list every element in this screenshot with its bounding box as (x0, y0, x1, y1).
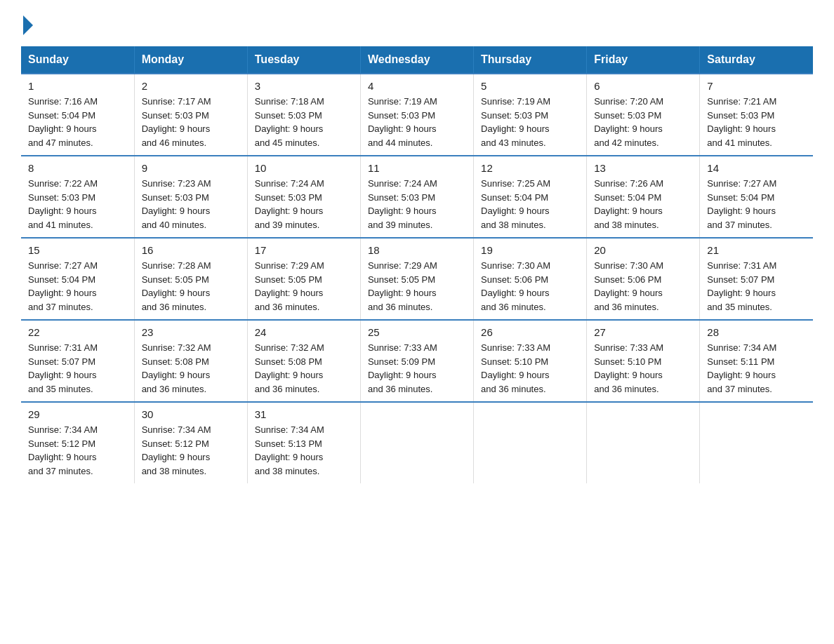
day-number: 13 (594, 162, 692, 174)
day-info: Sunrise: 7:32 AM Sunset: 5:08 PM Dayligh… (255, 341, 353, 396)
calendar-week-row: 15 Sunrise: 7:27 AM Sunset: 5:04 PM Dayl… (21, 238, 813, 320)
calendar-day-cell: 5 Sunrise: 7:19 AM Sunset: 5:03 PM Dayli… (474, 74, 587, 156)
header-monday: Monday (134, 46, 247, 74)
day-info: Sunrise: 7:28 AM Sunset: 5:05 PM Dayligh… (142, 259, 240, 314)
day-info: Sunrise: 7:19 AM Sunset: 5:03 PM Dayligh… (368, 95, 466, 149)
day-number: 27 (594, 326, 692, 338)
day-info: Sunrise: 7:30 AM Sunset: 5:06 PM Dayligh… (594, 259, 692, 314)
calendar-day-cell: 3 Sunrise: 7:18 AM Sunset: 5:03 PM Dayli… (247, 74, 360, 156)
day-info: Sunrise: 7:31 AM Sunset: 5:07 PM Dayligh… (28, 341, 127, 396)
calendar-day-cell (700, 402, 813, 483)
calendar-day-cell: 7 Sunrise: 7:21 AM Sunset: 5:03 PM Dayli… (700, 74, 813, 156)
day-info: Sunrise: 7:34 AM Sunset: 5:11 PM Dayligh… (707, 341, 806, 396)
calendar-week-row: 22 Sunrise: 7:31 AM Sunset: 5:07 PM Dayl… (21, 320, 813, 402)
calendar-day-cell: 28 Sunrise: 7:34 AM Sunset: 5:11 PM Dayl… (700, 320, 813, 402)
day-number: 2 (142, 80, 240, 92)
day-info: Sunrise: 7:16 AM Sunset: 5:04 PM Dayligh… (28, 95, 127, 149)
page-header (21, 14, 813, 32)
calendar-table: Sunday Monday Tuesday Wednesday Thursday… (21, 46, 813, 483)
day-number: 10 (255, 162, 353, 174)
calendar-day-cell: 9 Sunrise: 7:23 AM Sunset: 5:03 PM Dayli… (134, 156, 247, 238)
day-number: 25 (368, 326, 466, 338)
calendar-day-cell: 16 Sunrise: 7:28 AM Sunset: 5:05 PM Dayl… (134, 238, 247, 320)
day-number: 23 (142, 326, 240, 338)
calendar-day-cell: 17 Sunrise: 7:29 AM Sunset: 5:05 PM Dayl… (247, 238, 360, 320)
calendar-day-cell: 25 Sunrise: 7:33 AM Sunset: 5:09 PM Dayl… (360, 320, 473, 402)
day-number: 31 (255, 408, 353, 420)
day-info: Sunrise: 7:30 AM Sunset: 5:06 PM Dayligh… (481, 259, 579, 314)
calendar-day-cell: 12 Sunrise: 7:25 AM Sunset: 5:04 PM Dayl… (474, 156, 587, 238)
day-number: 9 (142, 162, 240, 174)
day-number: 22 (28, 326, 127, 338)
calendar-header-row: Sunday Monday Tuesday Wednesday Thursday… (21, 46, 813, 74)
calendar-day-cell (474, 402, 587, 483)
header-saturday: Saturday (700, 46, 813, 74)
day-info: Sunrise: 7:33 AM Sunset: 5:10 PM Dayligh… (481, 341, 579, 396)
calendar-day-cell: 11 Sunrise: 7:24 AM Sunset: 5:03 PM Dayl… (360, 156, 473, 238)
day-info: Sunrise: 7:27 AM Sunset: 5:04 PM Dayligh… (28, 259, 127, 314)
calendar-day-cell: 29 Sunrise: 7:34 AM Sunset: 5:12 PM Dayl… (21, 402, 134, 483)
calendar-day-cell: 23 Sunrise: 7:32 AM Sunset: 5:08 PM Dayl… (134, 320, 247, 402)
calendar-day-cell (360, 402, 473, 483)
header-tuesday: Tuesday (247, 46, 360, 74)
calendar-day-cell: 27 Sunrise: 7:33 AM Sunset: 5:10 PM Dayl… (587, 320, 700, 402)
day-info: Sunrise: 7:29 AM Sunset: 5:05 PM Dayligh… (255, 259, 353, 314)
day-info: Sunrise: 7:27 AM Sunset: 5:04 PM Dayligh… (707, 177, 806, 232)
day-info: Sunrise: 7:34 AM Sunset: 5:12 PM Dayligh… (142, 423, 240, 478)
day-number: 30 (142, 408, 240, 420)
day-number: 16 (142, 244, 240, 256)
day-number: 6 (594, 80, 692, 92)
day-info: Sunrise: 7:33 AM Sunset: 5:10 PM Dayligh… (594, 341, 692, 396)
day-info: Sunrise: 7:18 AM Sunset: 5:03 PM Dayligh… (255, 95, 353, 149)
day-number: 1 (28, 80, 127, 92)
day-number: 5 (481, 80, 579, 92)
calendar-day-cell: 24 Sunrise: 7:32 AM Sunset: 5:08 PM Dayl… (247, 320, 360, 402)
calendar-day-cell: 8 Sunrise: 7:22 AM Sunset: 5:03 PM Dayli… (21, 156, 134, 238)
header-thursday: Thursday (474, 46, 587, 74)
day-info: Sunrise: 7:34 AM Sunset: 5:13 PM Dayligh… (255, 423, 353, 478)
logo (21, 14, 33, 32)
day-number: 8 (28, 162, 127, 174)
day-number: 4 (368, 80, 466, 92)
day-info: Sunrise: 7:26 AM Sunset: 5:04 PM Dayligh… (594, 177, 692, 232)
calendar-day-cell: 13 Sunrise: 7:26 AM Sunset: 5:04 PM Dayl… (587, 156, 700, 238)
calendar-day-cell: 14 Sunrise: 7:27 AM Sunset: 5:04 PM Dayl… (700, 156, 813, 238)
day-number: 7 (707, 80, 806, 92)
calendar-day-cell: 6 Sunrise: 7:20 AM Sunset: 5:03 PM Dayli… (587, 74, 700, 156)
day-info: Sunrise: 7:33 AM Sunset: 5:09 PM Dayligh… (368, 341, 466, 396)
calendar-day-cell: 19 Sunrise: 7:30 AM Sunset: 5:06 PM Dayl… (474, 238, 587, 320)
day-info: Sunrise: 7:23 AM Sunset: 5:03 PM Dayligh… (142, 177, 240, 232)
day-info: Sunrise: 7:20 AM Sunset: 5:03 PM Dayligh… (594, 95, 692, 149)
calendar-day-cell: 31 Sunrise: 7:34 AM Sunset: 5:13 PM Dayl… (247, 402, 360, 483)
day-info: Sunrise: 7:34 AM Sunset: 5:12 PM Dayligh… (28, 423, 127, 478)
day-info: Sunrise: 7:17 AM Sunset: 5:03 PM Dayligh… (142, 95, 240, 149)
day-info: Sunrise: 7:25 AM Sunset: 5:04 PM Dayligh… (481, 177, 579, 232)
calendar-day-cell: 1 Sunrise: 7:16 AM Sunset: 5:04 PM Dayli… (21, 74, 134, 156)
header-wednesday: Wednesday (360, 46, 473, 74)
day-number: 15 (28, 244, 127, 256)
calendar-day-cell: 20 Sunrise: 7:30 AM Sunset: 5:06 PM Dayl… (587, 238, 700, 320)
day-info: Sunrise: 7:24 AM Sunset: 5:03 PM Dayligh… (255, 177, 353, 232)
day-number: 17 (255, 244, 353, 256)
day-number: 18 (368, 244, 466, 256)
day-info: Sunrise: 7:24 AM Sunset: 5:03 PM Dayligh… (368, 177, 466, 232)
calendar-week-row: 1 Sunrise: 7:16 AM Sunset: 5:04 PM Dayli… (21, 74, 813, 156)
calendar-day-cell: 18 Sunrise: 7:29 AM Sunset: 5:05 PM Dayl… (360, 238, 473, 320)
day-number: 29 (28, 408, 127, 420)
day-info: Sunrise: 7:32 AM Sunset: 5:08 PM Dayligh… (142, 341, 240, 396)
day-number: 26 (481, 326, 579, 338)
day-number: 3 (255, 80, 353, 92)
day-number: 12 (481, 162, 579, 174)
day-info: Sunrise: 7:22 AM Sunset: 5:03 PM Dayligh… (28, 177, 127, 232)
calendar-week-row: 8 Sunrise: 7:22 AM Sunset: 5:03 PM Dayli… (21, 156, 813, 238)
calendar-day-cell (587, 402, 700, 483)
day-number: 20 (594, 244, 692, 256)
day-info: Sunrise: 7:31 AM Sunset: 5:07 PM Dayligh… (707, 259, 806, 314)
calendar-day-cell: 4 Sunrise: 7:19 AM Sunset: 5:03 PM Dayli… (360, 74, 473, 156)
day-info: Sunrise: 7:19 AM Sunset: 5:03 PM Dayligh… (481, 95, 579, 149)
day-number: 14 (707, 162, 806, 174)
logo-arrow-icon (23, 15, 33, 35)
calendar-day-cell: 26 Sunrise: 7:33 AM Sunset: 5:10 PM Dayl… (474, 320, 587, 402)
calendar-day-cell: 2 Sunrise: 7:17 AM Sunset: 5:03 PM Dayli… (134, 74, 247, 156)
day-number: 21 (707, 244, 806, 256)
